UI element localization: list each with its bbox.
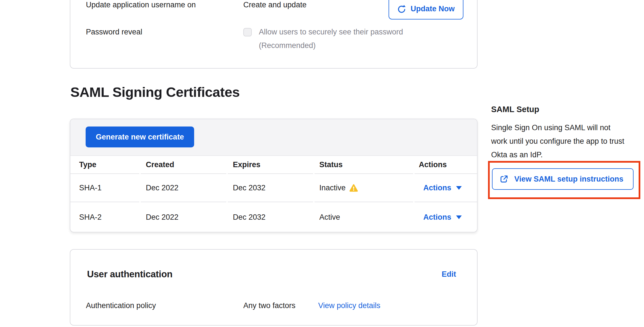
edit-button[interactable]: Edit [442,269,456,279]
table-row-sha1: SHA-1 Dec 2022 Dec 2032 Inactive Actions [70,174,477,202]
page-canvas: Update application username on Create an… [0,0,644,327]
cert-created: Dec 2022 [146,174,179,202]
column-header-type: Type [79,156,96,173]
warning-triangle-icon [349,184,358,192]
authentication-policy-value: Any two factors [243,301,296,310]
cert-type: SHA-2 [79,202,102,232]
user-authentication-panel: User authentication Edit Authentication … [70,249,478,326]
saml-setup-description: Single Sign On using SAML will not work … [491,121,625,162]
column-header-status: Status [319,156,343,173]
update-username-value: Create and update [243,0,307,10]
cert-status: Active [319,202,340,232]
chevron-down-icon [456,186,462,190]
view-policy-details-link[interactable]: View policy details [318,301,380,310]
cert-status: Inactive [319,174,358,202]
view-saml-setup-instructions-button[interactable]: View SAML setup instructions [492,168,634,190]
saml-certificates-panel: Generate new certificate Type Created Ex… [70,119,478,232]
password-reveal-checkbox-label: Allow users to securely see their passwo… [259,25,437,52]
cert-type: SHA-1 [79,174,102,202]
password-reveal-label: Password reveal [86,27,142,37]
saml-setup-title: SAML Setup [491,104,539,115]
authentication-policy-label: Authentication policy [86,301,156,310]
certificates-toolbar: Generate new certificate [70,119,477,156]
cert-expires: Dec 2032 [233,174,266,202]
refresh-icon [397,5,406,14]
generate-certificate-button[interactable]: Generate new certificate [86,127,194,147]
update-now-button[interactable]: Update Now [389,0,463,19]
cert-created: Dec 2022 [146,202,179,232]
actions-menu-button[interactable]: Actions [423,174,462,202]
app-settings-panel: Update application username on Create an… [70,0,478,69]
column-header-created: Created [146,156,174,173]
password-reveal-checkbox[interactable] [243,28,252,36]
update-now-label: Update Now [411,5,455,13]
table-row-sha2: SHA-2 Dec 2022 Dec 2032 Active Actions [70,202,477,232]
user-authentication-title: User authentication [87,268,172,280]
column-header-expires: Expires [233,156,261,173]
column-header-actions: Actions [419,156,447,173]
external-link-icon [500,175,508,184]
status-text: Inactive [319,184,346,192]
chevron-down-icon [456,215,462,219]
certificates-table-header: Type Created Expires Status Actions [70,156,477,174]
cert-expires: Dec 2032 [233,202,266,232]
update-username-label: Update application username on [86,0,196,10]
view-saml-setup-instructions-label: View SAML setup instructions [514,175,623,184]
actions-menu-button[interactable]: Actions [423,202,462,232]
page-title: SAML Signing Certificates [70,84,240,101]
